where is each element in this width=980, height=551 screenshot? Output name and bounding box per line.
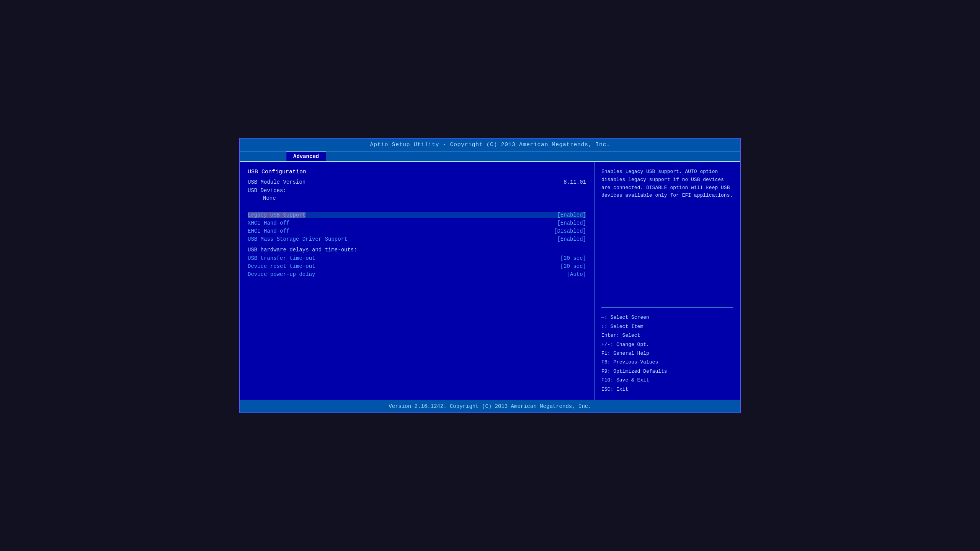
devices-value: None [248, 195, 586, 201]
tab-advanced-label: Advanced [293, 153, 319, 160]
setting-name-xhci: XHCI Hand-off [248, 220, 289, 226]
setting-name-mass-storage: USB Mass Storage Driver Support [248, 236, 347, 242]
key-f9: F9: Optimized Defaults [601, 367, 733, 376]
setting-value-device-powerup: [Auto] [567, 271, 586, 277]
setting-name-device-powerup: Device power-up delay [248, 271, 315, 277]
setting-row-mass-storage[interactable]: USB Mass Storage Driver Support [Enabled… [248, 236, 586, 242]
setting-value-legacy-usb: [Enabled] [557, 212, 586, 218]
screen-background: Aptio Setup Utility - Copyright (C) 2013… [0, 0, 980, 551]
delays-title: USB hardware delays and time-outs: [248, 247, 586, 253]
status-bar: Version 2.16.1242. Copyright (C) 2013 Am… [240, 400, 740, 412]
tab-bar: Advanced [240, 152, 740, 162]
usb-devices-section: USB Devices: None [248, 187, 586, 201]
key-f10: F10: Save & Exit [601, 376, 733, 385]
help-text: Enables Legacy USB support. AUTO option … [601, 168, 733, 300]
divider-line [601, 307, 733, 308]
key-enter: Enter: Select [601, 331, 733, 340]
setting-name-ehci: EHCI Hand-off [248, 228, 289, 234]
module-version-value: 8.11.01 [564, 179, 586, 185]
setting-row-xhci[interactable]: XHCI Hand-off [Enabled] [248, 220, 586, 226]
title-text: Aptio Setup Utility - Copyright (C) 2013… [370, 142, 610, 148]
setting-value-usb-transfer: [20 sec] [560, 255, 586, 261]
section-title: USB Configuration [248, 169, 586, 175]
devices-label: USB Devices: [248, 187, 586, 194]
bios-window: Aptio Setup Utility - Copyright (C) 2013… [239, 138, 741, 413]
key-select-item: ↕: Select Item [601, 322, 733, 331]
key-esc: ESC: Exit [601, 385, 733, 394]
setting-value-mass-storage: [Enabled] [557, 236, 586, 242]
setting-name-usb-transfer: USB transfer time-out [248, 255, 315, 261]
setting-row-ehci[interactable]: EHCI Hand-off [Disabled] [248, 228, 586, 234]
key-f1: F1: General Help [601, 349, 733, 358]
key-f6: F6: Previous Values [601, 358, 733, 367]
left-panel: USB Configuration USB Module Version 8.1… [240, 162, 595, 400]
setting-name-legacy-usb: Legacy USB Support [248, 212, 305, 218]
setting-value-device-reset: [20 sec] [560, 263, 586, 269]
title-bar: Aptio Setup Utility - Copyright (C) 2013… [240, 139, 740, 152]
spacer-1 [248, 207, 586, 212]
setting-row-legacy-usb[interactable]: Legacy USB Support [Enabled] [248, 212, 586, 218]
key-select-screen: ↔: Select Screen [601, 313, 733, 322]
setting-value-xhci: [Enabled] [557, 220, 586, 226]
key-help: ↔: Select Screen ↕: Select Item Enter: S… [601, 313, 733, 394]
tab-advanced[interactable]: Advanced [286, 152, 326, 161]
setting-row-device-reset[interactable]: Device reset time-out [20 sec] [248, 263, 586, 269]
setting-value-ehci: [Disabled] [554, 228, 586, 234]
setting-name-device-reset: Device reset time-out [248, 263, 315, 269]
module-version-label: USB Module Version [248, 179, 305, 185]
setting-row-usb-transfer[interactable]: USB transfer time-out [20 sec] [248, 255, 586, 261]
key-change-opt: +/-: Change Opt. [601, 340, 733, 349]
module-version-row: USB Module Version 8.11.01 [248, 179, 586, 185]
right-panel: Enables Legacy USB support. AUTO option … [595, 162, 740, 400]
status-text: Version 2.16.1242. Copyright (C) 2013 Am… [389, 403, 591, 409]
main-content: USB Configuration USB Module Version 8.1… [240, 162, 740, 400]
setting-row-device-powerup[interactable]: Device power-up delay [Auto] [248, 271, 586, 277]
